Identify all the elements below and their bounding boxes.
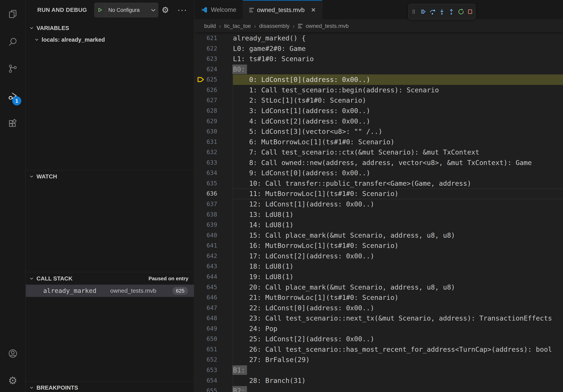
restart-button[interactable] (457, 7, 465, 16)
line-number[interactable]: 642 (194, 251, 217, 261)
breadcrumb-item[interactable]: owned_tests.mvb (306, 23, 349, 29)
code-line-653[interactable]: 653B1: (194, 365, 563, 375)
code-line-637[interactable]: 637 12: LdConst[1](address: 0x00..) (194, 199, 563, 209)
code-line-652[interactable]: 652 27: BrFalse(29) (194, 354, 563, 365)
line-number[interactable]: 645 (194, 282, 217, 292)
stop-button[interactable] (466, 7, 474, 16)
code-line-625[interactable]: 625 0: LdConst[0](address: 0x00..) (194, 74, 563, 85)
more-actions-icon[interactable]: ··· (177, 0, 187, 20)
close-icon[interactable]: ✕ (311, 7, 316, 13)
line-number[interactable]: 630 (194, 126, 217, 137)
line-number[interactable]: 627 (194, 95, 217, 105)
line-number[interactable]: 632 (194, 147, 217, 157)
line-number[interactable]: 628 (194, 105, 217, 116)
line-number[interactable]: 634 (194, 168, 217, 178)
code-line-647[interactable]: 647 22: LdConst[0](address: 0x00..) (194, 303, 563, 313)
code-line-627[interactable]: 627 2: StLoc[1](ts#1#0: Scenario) (194, 95, 563, 105)
line-number[interactable]: 629 (194, 116, 217, 127)
line-number[interactable]: 643 (194, 261, 217, 272)
step-over-button[interactable] (428, 7, 437, 16)
code-line-622[interactable]: 622L0: game#2#0: Game (194, 43, 563, 54)
code-line-643[interactable]: 643 18: LdU8(1) (194, 261, 563, 272)
code-line-636[interactable]: 636 11: MutBorrowLoc[1](ts#1#0: Scenario… (194, 188, 563, 199)
line-number[interactable]: 655 (194, 386, 217, 392)
continue-button[interactable] (419, 7, 427, 16)
step-out-button[interactable] (447, 7, 456, 16)
call-stack-frame-row[interactable]: already_marked owned_tests.mvb 625 (26, 285, 194, 297)
code-line-623[interactable]: 623L1: ts#1#0: Scenario (194, 54, 563, 64)
extensions-icon[interactable] (7, 118, 19, 130)
line-number[interactable]: 649 (194, 324, 217, 334)
code-line-655[interactable]: 655B2: (194, 386, 563, 392)
config-dropdown-label[interactable]: No Configura (105, 7, 151, 13)
section-variables[interactable]: VARIABLES (26, 23, 194, 33)
code-line-648[interactable]: 648 23: Call test_scenario::next_tx(&mut… (194, 313, 563, 324)
code-line-626[interactable]: 626 1: Call test_scenario::begin(address… (194, 85, 563, 95)
code-line-654[interactable]: 654 28: Branch(31) (194, 375, 563, 386)
line-number[interactable]: 641 (194, 240, 217, 251)
code-line-642[interactable]: 642 17: LdConst[2](address: 0x00..) (194, 251, 563, 261)
code-line-646[interactable]: 646 21: MutBorrowLoc[1](ts#1#0: Scenario… (194, 292, 563, 303)
code-line-632[interactable]: 632 7: Call test_scenario::ctx(&mut Scen… (194, 147, 563, 157)
drag-handle-icon[interactable] (409, 7, 418, 16)
code-line-645[interactable]: 645 20: Call place_mark(&mut Scenario, a… (194, 282, 563, 292)
line-number[interactable]: 651 (194, 344, 217, 355)
code-line-628[interactable]: 628 3: LdConst[1](address: 0x00..) (194, 105, 563, 116)
start-debug-button[interactable] (94, 3, 105, 17)
section-watch[interactable]: WATCH (26, 171, 194, 182)
line-number[interactable]: 648 (194, 313, 217, 324)
code-line-641[interactable]: 641 16: MutBorrowLoc[1](ts#1#0: Scenario… (194, 240, 563, 251)
code-line-651[interactable]: 651 26: Call test_scenario::has_most_rec… (194, 344, 563, 355)
tab-owned-tests[interactable]: owned_tests.mvb ✕ (243, 0, 322, 20)
code-line-638[interactable]: 638 13: LdU8(1) (194, 209, 563, 220)
line-number[interactable]: 650 (194, 334, 217, 344)
debug-config-control[interactable]: No Configura (94, 3, 158, 17)
line-number[interactable]: 639 (194, 220, 217, 230)
code-line-624[interactable]: 624B0: (194, 64, 563, 75)
line-number[interactable]: 654 (194, 375, 217, 386)
settings-gear-icon[interactable]: ⚙ (7, 375, 19, 386)
step-into-button[interactable] (437, 7, 446, 16)
debug-settings-gear-icon[interactable]: ⚙ (162, 0, 169, 20)
code-line-634[interactable]: 634 9: LdConst[0](address: 0x00..) (194, 168, 563, 178)
tab-welcome[interactable]: Welcome (194, 0, 243, 20)
section-call-stack[interactable]: CALL STACK Paused on entry (26, 274, 194, 283)
line-number[interactable]: 624 (194, 64, 217, 75)
variables-scope-locals[interactable]: locals: already_marked (26, 34, 194, 45)
line-number[interactable]: 652 (194, 354, 217, 365)
line-number[interactable]: 636 (194, 188, 217, 199)
section-breakpoints[interactable]: BREAKPOINTS (26, 383, 194, 392)
code-line-629[interactable]: 629 4: LdConst[2](address: 0x00..) (194, 116, 563, 127)
line-number[interactable]: 633 (194, 157, 217, 168)
explorer-icon[interactable] (7, 8, 19, 20)
breadcrumb-item[interactable]: disassembly (259, 23, 290, 29)
line-number[interactable]: 646 (194, 292, 217, 303)
line-number[interactable]: 647 (194, 303, 217, 313)
line-number[interactable]: 626 (194, 85, 217, 95)
line-number[interactable]: 622 (194, 43, 217, 54)
line-number[interactable]: 623 (194, 54, 217, 64)
line-number[interactable]: 640 (194, 230, 217, 241)
line-number[interactable]: 621 (194, 33, 217, 43)
code-line-631[interactable]: 631 6: MutBorrowLoc[1](ts#1#0: Scenario) (194, 137, 563, 147)
accounts-icon[interactable] (7, 348, 19, 359)
code-line-640[interactable]: 640 15: Call place_mark(&mut Scenario, a… (194, 230, 563, 241)
line-number[interactable]: 644 (194, 272, 217, 282)
line-number[interactable]: 653 (194, 365, 217, 375)
code-line-644[interactable]: 644 19: LdU8(1) (194, 272, 563, 282)
line-number[interactable]: 631 (194, 137, 217, 147)
code-line-649[interactable]: 649 24: Pop (194, 324, 563, 334)
source-control-icon[interactable] (7, 63, 19, 75)
search-icon[interactable] (7, 36, 19, 48)
code-line-621[interactable]: 621already_marked() { (194, 33, 563, 43)
code-line-630[interactable]: 630 5: LdConst[3](vector<u8>: "" /..) (194, 126, 563, 137)
line-number[interactable]: 637 (194, 199, 217, 209)
code-line-650[interactable]: 650 25: LdConst[2](address: 0x00..) (194, 334, 563, 344)
code-line-635[interactable]: 635 10: Call transfer::public_transfer<G… (194, 178, 563, 189)
breadcrumb-item[interactable]: tic_tac_toe (224, 23, 251, 29)
line-number[interactable]: 638 (194, 209, 217, 220)
line-number[interactable]: 635 (194, 178, 217, 189)
breadcrumb-item[interactable]: build (204, 23, 216, 29)
code-line-633[interactable]: 633 8: Call owned::new(address, address,… (194, 157, 563, 168)
chevron-down-icon[interactable] (151, 8, 158, 12)
